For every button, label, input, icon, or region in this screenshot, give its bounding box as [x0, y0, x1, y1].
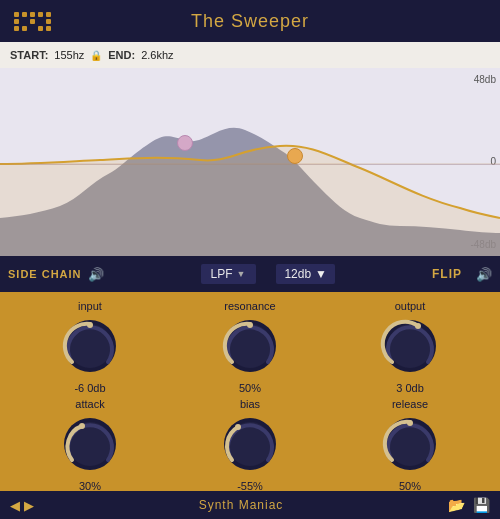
svg-point-2 — [68, 324, 112, 368]
end-label: END: — [108, 49, 135, 61]
filter-dropdown-arrow: ▼ — [237, 269, 246, 279]
folder-icon[interactable]: 📂 — [448, 497, 465, 513]
resonance-knob[interactable] — [220, 316, 280, 376]
sidechain-speaker-icon[interactable]: 🔊 — [88, 267, 104, 282]
control-point-end[interactable] — [287, 148, 303, 164]
resonance-label: resonance — [224, 300, 275, 312]
bias-knob-group: bias -55% — [220, 398, 280, 492]
release-knob-group: release 50% — [380, 398, 440, 492]
output-speaker-icon[interactable]: 🔊 — [476, 267, 492, 282]
svg-point-5 — [228, 324, 272, 368]
svg-point-3 — [87, 322, 93, 328]
svg-point-18 — [407, 420, 413, 426]
db-dropdown-arrow: ▼ — [315, 267, 327, 281]
input-knob[interactable] — [60, 316, 120, 376]
output-label: output — [395, 300, 426, 312]
db-value-label: 12db — [284, 267, 311, 281]
waveform-svg — [0, 68, 500, 256]
bias-knob[interactable] — [220, 414, 280, 474]
release-knob[interactable] — [380, 414, 440, 474]
output-knob-group: output 3 0db — [380, 300, 440, 394]
output-value: 3 0db — [396, 382, 424, 394]
svg-point-8 — [388, 324, 432, 368]
db-selector[interactable]: 12db ▼ — [276, 264, 335, 284]
knobs-section: input -6 0db resonance — [0, 292, 500, 492]
svg-point-6 — [247, 322, 253, 328]
knob-row-1: input -6 0db resonance — [0, 300, 500, 394]
end-value[interactable]: 2.6khz — [141, 49, 173, 61]
header: The Sweeper — [0, 0, 500, 42]
nav-arrows: ◀ ▶ — [10, 498, 34, 513]
knob-row-2: attack 30% bias — [0, 398, 500, 492]
sidechain-label: SIDE CHAIN — [8, 268, 82, 280]
logo — [14, 12, 52, 31]
waveform-display: 48db 0 -48db — [0, 68, 500, 256]
svg-point-17 — [388, 422, 432, 466]
start-value[interactable]: 155hz — [54, 49, 84, 61]
control-point-start[interactable] — [177, 135, 193, 151]
freq-bar: START: 155hz 🔒 END: 2.6khz — [0, 42, 500, 68]
start-label: START: — [10, 49, 48, 61]
filter-type-label: LPF — [211, 267, 233, 281]
svg-point-9 — [415, 323, 421, 329]
resonance-value: 50% — [239, 382, 261, 394]
attack-label: attack — [75, 398, 104, 410]
bottom-icons: 📂 💾 — [448, 497, 490, 513]
save-icon[interactable]: 💾 — [473, 497, 490, 513]
prev-button[interactable]: ◀ — [10, 498, 20, 513]
bottom-bar: ◀ ▶ Synth Maniac 📂 💾 — [0, 491, 500, 519]
app-title: The Sweeper — [191, 11, 309, 32]
attack-knob[interactable] — [60, 414, 120, 474]
filter-type-selector[interactable]: LPF ▼ — [201, 264, 256, 284]
attack-knob-group: attack 30% — [60, 398, 120, 492]
sidechain-bar: SIDE CHAIN 🔊 LPF ▼ 12db ▼ FLIP 🔊 — [0, 256, 500, 292]
resonance-knob-group: resonance 50% — [220, 300, 280, 394]
next-button[interactable]: ▶ — [24, 498, 34, 513]
input-label: input — [78, 300, 102, 312]
input-knob-group: input -6 0db — [60, 300, 120, 394]
svg-point-12 — [79, 423, 85, 429]
lock-icon[interactable]: 🔒 — [90, 50, 102, 61]
release-label: release — [392, 398, 428, 410]
preset-name: Synth Maniac — [34, 498, 448, 512]
flip-button[interactable]: FLIP — [432, 267, 462, 281]
output-knob[interactable] — [380, 316, 440, 376]
svg-point-15 — [235, 424, 241, 430]
bias-label: bias — [240, 398, 260, 410]
input-value: -6 0db — [74, 382, 105, 394]
